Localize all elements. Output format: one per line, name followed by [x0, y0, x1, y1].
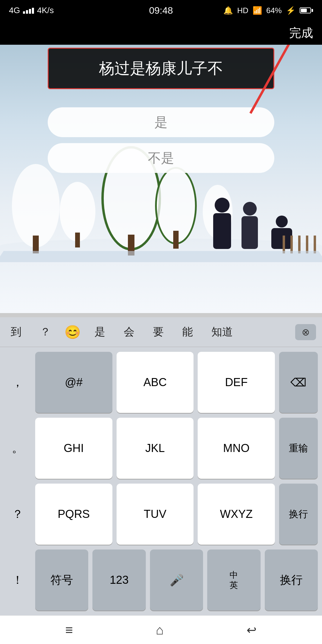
signal-label: 4G	[9, 6, 20, 15]
key-enter[interactable]: 换行	[265, 549, 318, 611]
key-mno[interactable]: MNO	[198, 418, 275, 479]
key-abc[interactable]: ABC	[117, 352, 194, 413]
key-jkl[interactable]: JKL	[117, 418, 194, 479]
key-qmark[interactable]: ？	[4, 484, 31, 545]
tuv-label: TUV	[144, 508, 166, 521]
key-backspace[interactable]: ⌫	[279, 352, 318, 413]
alarm-icon: 🔔	[223, 6, 233, 15]
status-right: 🔔 HD 📶 64% ⚡	[223, 6, 313, 15]
people	[213, 198, 292, 249]
key-tuv[interactable]: TUV	[117, 484, 194, 545]
tree-1	[12, 164, 60, 247]
answer-buttons: 是 不是	[48, 107, 274, 173]
status-left: 4G 4K/s	[9, 6, 54, 15]
key-mic[interactable]: 🎤	[150, 549, 203, 611]
key-comma[interactable]: ，	[4, 352, 31, 413]
suggestion-hui[interactable]: 会	[119, 322, 139, 342]
answer-no-button[interactable]: 不是	[48, 143, 274, 173]
nav-back-button[interactable]: ↩	[247, 623, 257, 637]
suggestion-question[interactable]: ？	[35, 322, 55, 342]
key-retype[interactable]: 重输	[279, 418, 318, 479]
enter-label: 换行	[280, 572, 303, 588]
key-lang[interactable]: 中英	[207, 549, 260, 611]
mno-label: MNO	[223, 442, 250, 455]
question-text: 杨过是杨康儿子不	[61, 58, 261, 79]
battery-label: 64%	[266, 6, 282, 15]
wxyz-label: WXYZ	[220, 508, 253, 521]
snow-scene: 杨过是杨康儿子不 是 不是	[0, 45, 322, 313]
key-wxyz[interactable]: WXYZ	[198, 484, 275, 545]
mic-icon: 🎤	[170, 574, 184, 587]
suggestion-bar[interactable]: 到 ？ 😊 是 会 要 能 知道 ⊗	[0, 317, 322, 347]
period-label: 。	[12, 441, 23, 456]
keyboard-separator	[0, 313, 322, 317]
nav-home-button[interactable]: ⌂	[156, 623, 164, 637]
nav-menu-button[interactable]: ≡	[65, 623, 73, 637]
done-button[interactable]: 完成	[289, 25, 313, 41]
battery-icon	[300, 7, 313, 13]
qmark-label: ？	[12, 507, 23, 522]
bottom-nav: ≡ ⌂ ↩	[0, 615, 322, 644]
key-fuhu[interactable]: 符号	[35, 549, 88, 611]
lang-label: 中英	[230, 570, 238, 590]
retype-label: 重输	[289, 442, 308, 455]
key-row-4: ！ 符号 123 🎤 中英 换行	[4, 549, 318, 611]
key-row-3: ？ PQRS TUV WXYZ 换行	[4, 484, 318, 545]
tree-4	[155, 167, 197, 244]
top-bar: 完成	[0, 21, 322, 45]
suggestion-zhi[interactable]: 知道	[207, 322, 238, 342]
speed-label: 4K/s	[37, 6, 54, 15]
abc-label: ABC	[143, 376, 167, 389]
status-bar: 4G 4K/s 09:48 🔔 HD 📶 64% ⚡	[0, 0, 322, 21]
wifi-icon: 📶	[253, 6, 262, 15]
key-def[interactable]: DEF	[198, 352, 275, 413]
key-123[interactable]: 123	[92, 549, 145, 611]
key-newline[interactable]: 换行	[279, 484, 318, 545]
suggestion-neng[interactable]: 能	[177, 322, 198, 342]
question-overlay: 杨过是杨康儿子不	[48, 48, 274, 89]
path	[0, 251, 322, 262]
charging-icon: ⚡	[286, 6, 295, 15]
answer-yes-button[interactable]: 是	[48, 107, 274, 137]
key-period[interactable]: 。	[4, 418, 31, 479]
suggestion-delete-button[interactable]: ⊗	[295, 324, 316, 340]
comma-label: ，	[12, 375, 23, 390]
def-label: DEF	[225, 376, 248, 389]
suggestion-yao[interactable]: 要	[148, 322, 168, 342]
keyboard-area: ， @# ABC DEF ⌫ 。 GHI JKL MNO 重输	[0, 347, 322, 615]
key-symbols[interactable]: @#	[35, 352, 112, 413]
key-ghi[interactable]: GHI	[35, 418, 112, 479]
suggestion-dao[interactable]: 到	[6, 322, 26, 342]
key-exclaim[interactable]: ！	[4, 549, 31, 611]
tree-2	[60, 182, 95, 242]
suggestion-emoji[interactable]: 😊	[64, 324, 81, 340]
symbols-label: @#	[65, 376, 83, 389]
jkl-label: JKL	[145, 442, 165, 455]
key-pqrs[interactable]: PQRS	[35, 484, 112, 545]
status-time: 09:48	[149, 5, 173, 16]
ghi-label: GHI	[64, 442, 84, 455]
backspace-icon: ⌫	[290, 376, 306, 389]
suggestion-shi[interactable]: 是	[90, 322, 110, 342]
pqrs-label: PQRS	[58, 508, 90, 521]
key-row-1: ， @# ABC DEF ⌫	[4, 352, 318, 413]
key-row-2: 。 GHI JKL MNO 重输	[4, 418, 318, 479]
numbers-label: 123	[110, 574, 129, 586]
image-area: 杨过是杨康儿子不 是 不是	[0, 45, 322, 313]
signal-bars	[23, 7, 34, 14]
fuhu-label: 符号	[50, 572, 73, 588]
snow-ground	[0, 239, 322, 313]
hd-label: HD	[237, 6, 248, 15]
newline-label: 换行	[289, 508, 308, 521]
exclaim-label: ！	[12, 572, 23, 588]
